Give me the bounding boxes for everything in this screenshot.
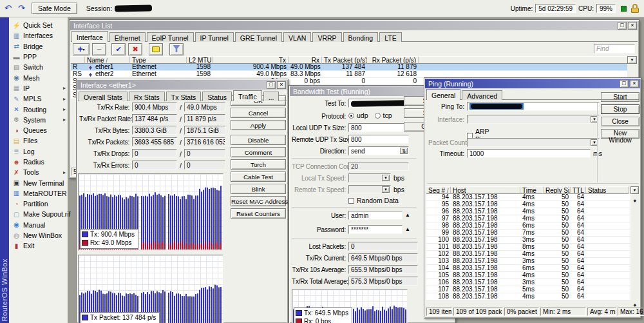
remote-udp-size-field[interactable]: 800 bbox=[348, 135, 409, 144]
ether-tab-status[interactable]: Status bbox=[202, 92, 232, 101]
sidebar-item-files[interactable]: ▤ Files bbox=[9, 135, 68, 146]
blink-button[interactable]: Blink bbox=[231, 184, 286, 194]
sidebar-item-partition[interactable]: ◔ Partition bbox=[9, 199, 68, 209]
ping-result-row[interactable]: 9488.203.157.1984ms5064 bbox=[426, 194, 630, 201]
interface-list-tab-eoip-tunnel[interactable]: EoIP Tunnel bbox=[147, 32, 194, 42]
sidebar-item-mesh[interactable]: ◉ Mesh bbox=[9, 72, 68, 83]
ping-result-row[interactable]: 9888.203.157.1986ms5064 bbox=[426, 222, 630, 230]
redo-button[interactable]: ↷ bbox=[16, 3, 27, 14]
interface-list-tab-interface[interactable]: Interface bbox=[71, 31, 108, 42]
reset-counters-button[interactable]: Reset Counters bbox=[231, 208, 286, 219]
sidebar-item-system[interactable]: ⚙ System ▸ bbox=[9, 115, 68, 125]
ether-tab-traffic[interactable]: Traffic bbox=[233, 90, 262, 101]
sidebar-item-log[interactable]: ≣ Log bbox=[9, 146, 68, 157]
sidebar-item-make-supout-rif[interactable]: ▢ Make Supout.rif bbox=[9, 209, 68, 219]
password-field[interactable]: ******* bbox=[348, 225, 402, 234]
ping-result-row[interactable]: 10088.203.157.1983ms5064 bbox=[426, 237, 630, 244]
close-button[interactable]: Close bbox=[601, 117, 639, 126]
ping-titlebar[interactable]: Ping (Running) □ × bbox=[425, 79, 640, 88]
column-header-time[interactable]: Time bbox=[520, 186, 544, 194]
timeout-field[interactable]: 1000 bbox=[467, 149, 591, 158]
spinner-icon[interactable]: ⇅ bbox=[400, 148, 408, 154]
ping-result-row[interactable]: 9688.203.157.1984ms5064 bbox=[426, 208, 630, 215]
interface-list-tab-bonding[interactable]: Bonding bbox=[343, 32, 379, 42]
column-header-seq[interactable]: Seq # / bbox=[426, 186, 451, 194]
ping-result-row[interactable]: 9788.203.157.1984ms5064 bbox=[426, 215, 630, 222]
packet-count-select[interactable]: ▼ bbox=[467, 138, 600, 147]
ping-result-row[interactable]: 10288.203.157.1984ms5064 bbox=[426, 251, 630, 258]
apply-button[interactable]: Apply bbox=[231, 120, 286, 130]
chevron-down-icon[interactable]: ▼ bbox=[382, 186, 390, 193]
add-button[interactable]: +▾ bbox=[73, 43, 90, 55]
column-header-reply-size[interactable]: Reply Size bbox=[544, 186, 571, 194]
up-arrow-icon[interactable]: ▲ bbox=[405, 227, 410, 232]
start-button[interactable]: Start bbox=[601, 92, 639, 102]
chevron-down-icon[interactable]: ▼ bbox=[382, 175, 390, 181]
ping-result-row[interactable]: 9588.203.157.1984ms5064 bbox=[426, 201, 630, 208]
sidebar-item-bridge[interactable]: ⇄ Bridge bbox=[9, 41, 68, 52]
ping-result-row[interactable]: 10488.203.157.1986ms5064 bbox=[426, 265, 630, 272]
scroll-down-icon[interactable]: ◆ bbox=[633, 302, 636, 307]
column-header-rx-packet-p-s[interactable]: Rx Packet (p/s) bbox=[367, 56, 419, 64]
column-header-name[interactable]: Name / bbox=[85, 56, 130, 64]
interface-row[interactable]: Rether1Ethernet1598900.4 Mbps49.0 Mbps13… bbox=[71, 64, 627, 71]
interface-list-tab-gre-tunnel[interactable]: GRE Tunnel bbox=[235, 32, 282, 42]
sidebar-item-radius[interactable]: ☻ Radius bbox=[9, 157, 68, 167]
column-header-tx[interactable]: Tx bbox=[213, 56, 289, 64]
maximize-button[interactable]: □ bbox=[618, 22, 627, 30]
ping-result-row[interactable]: 10688.203.157.1983ms5064 bbox=[426, 279, 630, 286]
ether-tab-tx-stats[interactable]: Tx Stats bbox=[166, 92, 202, 101]
ping-result-row[interactable]: 10388.203.157.1983ms5064 bbox=[426, 258, 630, 265]
close-button[interactable]: × bbox=[628, 22, 637, 30]
close-button[interactable]: × bbox=[630, 80, 639, 88]
sidebar-item-tools[interactable]: ✗ Tools ▸ bbox=[9, 167, 68, 177]
safe-mode-button[interactable]: Safe Mode bbox=[32, 3, 77, 14]
cancel-button[interactable]: Cancel bbox=[231, 108, 286, 118]
ping-result-row[interactable]: 10788.203.157.1985ms5064 bbox=[426, 286, 630, 293]
column-header-host[interactable]: Host bbox=[451, 186, 520, 194]
sidebar-item-interfaces[interactable]: ▥ Interfaces bbox=[9, 30, 68, 41]
user-field[interactable]: admin bbox=[348, 211, 402, 220]
undo-button[interactable]: ↶ bbox=[3, 3, 14, 14]
interface-select[interactable]: ▼ bbox=[467, 115, 600, 124]
torch-button[interactable]: Torch bbox=[231, 159, 286, 170]
interface-list-tab-ip-tunnel[interactable]: IP Tunnel bbox=[195, 32, 234, 42]
sidebar-item-new-terminal[interactable]: ▣ New Terminal bbox=[9, 177, 68, 188]
interface-list-tab-vrrp[interactable]: VRRP bbox=[312, 32, 341, 42]
maximize-button[interactable]: □ bbox=[620, 80, 629, 88]
ping-result-row[interactable]: 9988.203.157.1987ms5064 bbox=[426, 230, 630, 237]
sidebar-item-switch[interactable]: ▤ Switch bbox=[9, 62, 68, 72]
tcp-radio[interactable] bbox=[375, 113, 381, 119]
new-window-button[interactable]: New Window bbox=[601, 129, 639, 139]
ping-to-field[interactable] bbox=[467, 102, 600, 111]
interface-list-tab-vlan[interactable]: VLAN bbox=[283, 32, 311, 42]
sidebar-item-mpls[interactable]: ✎ MPLS ▸ bbox=[9, 93, 68, 104]
column-menu-button[interactable]: ▼ bbox=[630, 186, 639, 194]
ether1-titlebar[interactable]: Interface <ether1> □ × bbox=[77, 80, 287, 90]
find-input[interactable] bbox=[594, 44, 635, 54]
sidebar-item-routing[interactable]: ✕ Routing ▸ bbox=[9, 104, 68, 114]
local-udp-size-field[interactable]: 800 bbox=[348, 123, 409, 132]
column-header-more[interactable] bbox=[71, 56, 85, 64]
remove-button[interactable]: − bbox=[92, 43, 106, 55]
column-header-status[interactable]: Status bbox=[586, 186, 629, 194]
scroll-up-icon[interactable]: ◆ bbox=[633, 198, 636, 202]
disable-button[interactable]: Disable bbox=[231, 135, 286, 145]
stop-button[interactable]: Stop bbox=[601, 104, 639, 114]
column-menu-button[interactable]: ▼ bbox=[627, 56, 637, 64]
maximize-button[interactable]: □ bbox=[267, 81, 276, 89]
remote-tx-speed-select[interactable]: ▼ bbox=[348, 185, 391, 194]
sidebar-item-quick-set[interactable]: ⚡ Quick Set bbox=[9, 20, 68, 30]
interface-list-tab-lte[interactable]: LTE bbox=[379, 32, 401, 42]
udp-radio[interactable] bbox=[348, 113, 354, 119]
interface-list-titlebar[interactable]: Interface List □ × bbox=[70, 21, 638, 30]
ether-tab-rx-stats[interactable]: Rx Stats bbox=[129, 92, 165, 101]
ether-tab-more[interactable]: ... bbox=[263, 92, 279, 101]
ether-tab-overall-stats[interactable]: Overall Stats bbox=[79, 92, 128, 101]
sidebar-item-queues[interactable]: ◑ Queues bbox=[9, 125, 68, 135]
local-tx-speed-select[interactable]: ▼ bbox=[348, 173, 391, 182]
ping-result-row[interactable]: 10588.203.157.1984ms5064 bbox=[426, 272, 630, 279]
comment-button[interactable]: Comment bbox=[231, 147, 286, 157]
up-arrow-icon[interactable]: ▲ bbox=[405, 213, 410, 218]
filter-button[interactable] bbox=[169, 43, 184, 55]
